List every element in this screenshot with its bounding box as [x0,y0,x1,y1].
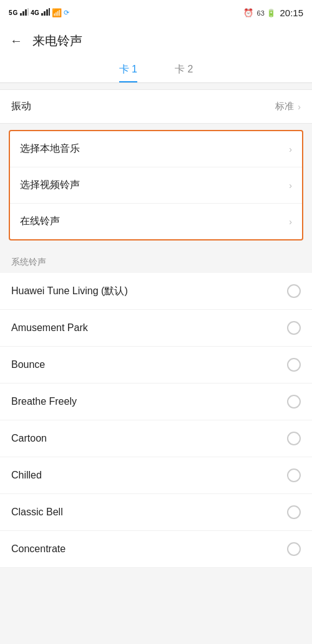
ringtone-item-bounce[interactable]: Bounce [0,347,312,384]
ringtone-item-cartoon[interactable]: Cartoon [0,420,312,457]
system-ringtone-section-label: 系统铃声 [0,247,312,273]
page-title: 来电铃声 [32,32,82,49]
ringtone-name-concentrate: Concentrate [11,543,66,555]
radio-cartoon[interactable] [287,432,301,445]
video-ringtone-chevron: › [289,181,292,191]
tab-bar: 卡 1 卡 2 [0,57,312,83]
radio-breathe-freely[interactable] [287,395,301,409]
svg-rect-7 [49,8,50,16]
svg-rect-3 [27,8,29,16]
ringtone-item-amusement-park[interactable]: Amusement Park [0,310,312,347]
highlighted-menu-section: 选择本地音乐 › 选择视频铃声 › 在线铃声 › [9,130,303,240]
svg-rect-1 [22,11,24,16]
tab-card2[interactable]: 卡 2 [175,63,193,82]
status-bar: 5G 4G 📶 ⟳ ⏰ 63 🔋 20:15 [0,0,312,25]
back-button[interactable]: ← [10,34,22,48]
ringtone-item-chilled[interactable]: Chilled [0,457,312,494]
status-left: 5G 4G 📶 ⟳ [9,8,69,17]
svg-rect-2 [25,9,27,16]
wifi-icon: 📶 [52,8,62,17]
radio-classic-bell[interactable] [287,505,301,519]
video-ringtone-label: 选择视频铃声 [20,179,80,192]
video-ringtone-row[interactable]: 选择视频铃声 › [10,167,302,204]
vibration-value: 标准 › [275,101,301,112]
radio-huawei-tune[interactable] [287,284,301,298]
vibration-row[interactable]: 振动 标准 › [0,89,312,124]
status-icons: 5G [9,9,18,16]
svg-rect-5 [44,11,46,16]
ringtone-name-chilled: Chilled [11,470,42,481]
ringtone-name-huawei-tune: Huawei Tune Living (默认) [11,285,128,298]
header: ← 来电铃声 [0,25,312,57]
ringtone-item-classic-bell[interactable]: Classic Bell [0,494,312,531]
ringtone-name-breathe-freely: Breathe Freely [11,396,77,407]
online-ringtone-row[interactable]: 在线铃声 › [10,204,302,239]
ringtone-name-amusement-park: Amusement Park [11,322,88,334]
signal3-icon [41,8,50,17]
vibration-current: 标准 [275,101,294,112]
svg-rect-6 [46,9,48,16]
alarm-icon: ⏰ [243,8,253,17]
signal2-icon: 4G [31,9,39,16]
tab-card1[interactable]: 卡 1 [119,63,137,82]
local-music-chevron: › [289,144,292,154]
data-icon: ⟳ [64,9,69,17]
svg-rect-4 [41,13,43,16]
signal-icon [20,8,29,17]
vibration-label: 振动 [11,100,31,113]
ringtone-item-breathe-freely[interactable]: Breathe Freely [0,384,312,420]
vibration-chevron: › [298,102,301,112]
online-ringtone-label: 在线铃声 [20,215,60,228]
svg-rect-0 [20,13,22,16]
ringtone-list: Huawei Tune Living (默认) Amusement Park B… [0,273,312,568]
local-music-row[interactable]: 选择本地音乐 › [10,131,302,167]
online-ringtone-chevron: › [289,217,292,227]
ringtone-item-concentrate[interactable]: Concentrate [0,531,312,568]
radio-amusement-park[interactable] [287,321,301,335]
battery-indicator: 63 🔋 [257,8,276,17]
radio-bounce[interactable] [287,358,301,372]
radio-chilled[interactable] [287,468,301,482]
local-music-label: 选择本地音乐 [20,142,80,156]
ringtone-name-classic-bell: Classic Bell [11,507,63,518]
ringtone-name-cartoon: Cartoon [11,433,47,444]
clock-time: 20:15 [280,7,303,18]
status-right: ⏰ 63 🔋 20:15 [243,7,303,18]
ringtone-item-huawei-tune[interactable]: Huawei Tune Living (默认) [0,273,312,310]
ringtone-name-bounce: Bounce [11,359,45,370]
radio-concentrate[interactable] [287,542,301,556]
